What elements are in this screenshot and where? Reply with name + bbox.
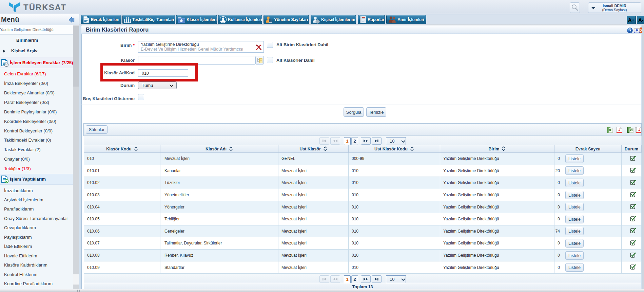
svg-text:TÜRKSAT: TÜRKSAT xyxy=(23,3,66,12)
